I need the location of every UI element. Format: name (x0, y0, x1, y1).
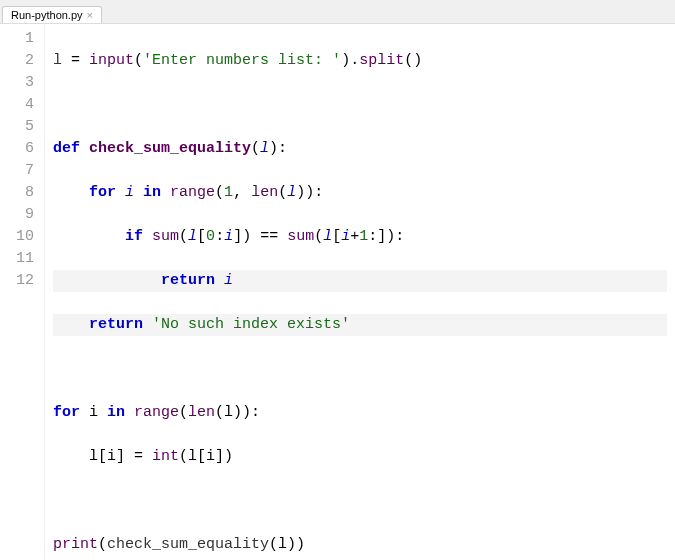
code-editor[interactable]: 1 2 3 4 5 6 7 8 9 10 11 12 l = input('En… (0, 24, 675, 560)
line-number: 4 (16, 94, 34, 116)
line-number: 12 (16, 270, 34, 292)
line-number: 11 (16, 248, 34, 270)
line-number: 2 (16, 50, 34, 72)
line-number: 8 (16, 182, 34, 204)
editor-tab-bar: Run-python.py × (0, 0, 675, 24)
line-number: 10 (16, 226, 34, 248)
line-number: 7 (16, 160, 34, 182)
code-area[interactable]: l = input('Enter numbers list: ').split(… (45, 24, 675, 560)
line-gutter: 1 2 3 4 5 6 7 8 9 10 11 12 (0, 24, 45, 560)
line-number: 1 (16, 28, 34, 50)
line-number: 6 (16, 138, 34, 160)
editor-tab-filename: Run-python.py (11, 9, 83, 21)
line-number: 3 (16, 72, 34, 94)
line-number: 5 (16, 116, 34, 138)
editor-tab[interactable]: Run-python.py × (2, 6, 102, 23)
line-number: 9 (16, 204, 34, 226)
close-icon[interactable]: × (87, 9, 93, 21)
